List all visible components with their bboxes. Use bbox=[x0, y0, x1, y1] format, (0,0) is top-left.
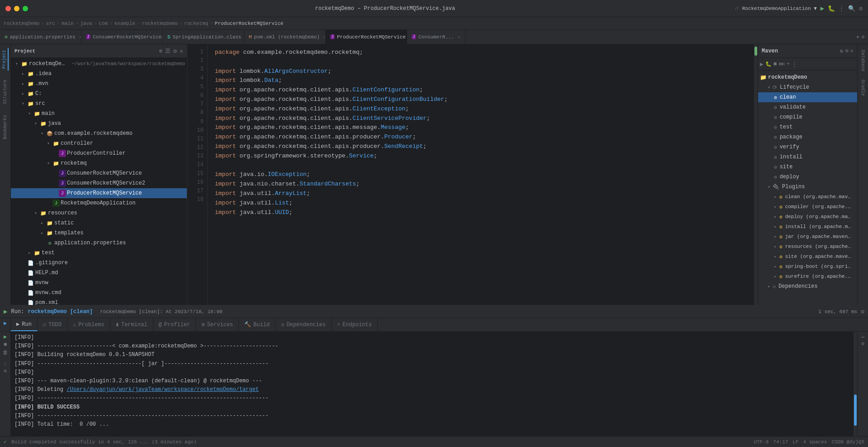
bottom-tab-dependencies[interactable]: ◇ Dependencies bbox=[275, 318, 332, 331]
tree-item-c[interactable]: ▸ 📁 C: bbox=[11, 89, 187, 99]
tab-consumer-r[interactable]: J ConsumerR... ✕ bbox=[407, 30, 465, 44]
maven-stop-icon[interactable]: ■ bbox=[773, 61, 777, 67]
tabs-overflow-button[interactable]: ▾ bbox=[856, 33, 860, 41]
maven-item-compile[interactable]: ⚙ compile bbox=[758, 112, 857, 122]
run-settings-icon[interactable]: ⚙ bbox=[861, 308, 864, 315]
console-cog-icon[interactable]: ⚙ bbox=[861, 341, 864, 347]
structure-tab[interactable]: Structure bbox=[3, 78, 8, 106]
tree-item-app-props[interactable]: ▸ ⚙ application.properties bbox=[11, 238, 187, 248]
console-clear-icon[interactable]: 🗑 bbox=[3, 349, 8, 356]
status-encoding[interactable]: UTF-8 bbox=[754, 439, 768, 445]
run-icon[interactable]: ▶ bbox=[821, 5, 824, 12]
console-filter-icon[interactable]: ⚙ bbox=[4, 368, 7, 374]
tab-consumer2[interactable]: J ConsumerRocketMQService2.java ✕ bbox=[81, 30, 163, 44]
bc-example[interactable]: example bbox=[114, 21, 135, 26]
bc-java[interactable]: java bbox=[80, 21, 92, 26]
tree-item-gitignore[interactable]: ▸ 📄 .gitignore bbox=[11, 258, 187, 268]
minimize-button[interactable] bbox=[14, 6, 19, 11]
tab-producer[interactable]: J ProducerRocketMQService.java ✕ bbox=[326, 30, 407, 44]
maven-item-site[interactable]: ⚙ site bbox=[758, 162, 857, 172]
maven-run-icon[interactable]: ▶ bbox=[760, 61, 764, 68]
tree-item-producer[interactable]: ▸ J ProducerRocketMQService bbox=[11, 188, 187, 198]
tree-item-main[interactable]: ▾ 📁 main bbox=[11, 109, 187, 119]
bottom-tab-problems[interactable]: ⚠ Problems bbox=[67, 318, 110, 331]
tree-item-mvn[interactable]: ▸ 📁 .mvn bbox=[11, 79, 187, 89]
tree-item-producer-controller[interactable]: ▸ J ProducerController bbox=[11, 148, 187, 158]
console-stop-icon[interactable]: ■ bbox=[4, 342, 7, 348]
status-indent[interactable]: 4 spaces bbox=[803, 439, 827, 445]
maven-skip-icon[interactable]: ⏭ bbox=[779, 61, 785, 67]
bottom-tab-services[interactable]: ⚙ Services bbox=[196, 318, 239, 331]
vcs-icon[interactable]: ⑁ bbox=[735, 5, 739, 12]
console-link-target[interactable]: /Users/duyanjun/work/javaTeam/workspace/… bbox=[66, 386, 259, 393]
console-rerun-icon[interactable]: ▶ bbox=[4, 333, 7, 340]
console-scroll-icon[interactable]: ↕ bbox=[4, 361, 7, 366]
maven-item-clean[interactable]: ⚙ clean bbox=[758, 92, 857, 102]
tree-item-templates[interactable]: ▸ 📁 templates bbox=[11, 228, 187, 238]
maven-item-verify[interactable]: ⚙ verify bbox=[758, 142, 857, 152]
maven-item-clean-plugin[interactable]: ▸ ⚙ clean (org.apache.maven.plugins bbox=[758, 192, 857, 202]
project-add-icon[interactable]: ⊕ bbox=[159, 48, 163, 55]
maven-item-resources-plugin[interactable]: ▸ ⚙ resources (org.apache.maven.plu... bbox=[758, 242, 857, 252]
bc-com[interactable]: com bbox=[99, 21, 108, 26]
maven-item-validate[interactable]: ⚙ validate bbox=[758, 102, 857, 112]
debug-icon[interactable]: 🐛 bbox=[828, 5, 835, 12]
gradle-tab[interactable]: Gradle bbox=[860, 80, 865, 96]
maven-refresh-icon[interactable]: ↻ bbox=[840, 48, 843, 54]
tabs-settings-button[interactable]: ⚙ bbox=[861, 34, 864, 40]
maven-close-icon[interactable]: ✕ bbox=[850, 48, 854, 54]
settings-icon[interactable]: ⚙ bbox=[859, 5, 863, 12]
tab-spring[interactable]: S SpringApplication.class ✕ bbox=[163, 30, 244, 44]
tree-item-idea[interactable]: ▸ 📁 .idea bbox=[11, 69, 187, 79]
bottom-tab-todo[interactable]: ☑ TODO bbox=[38, 318, 67, 331]
tree-item-java[interactable]: ▾ 📁 java bbox=[11, 119, 187, 128]
maven-item-site-plugin[interactable]: ▸ ⚙ site (org.apache.maven.plugins:m... bbox=[758, 252, 857, 262]
bc-file[interactable]: ProducerRocketMQService bbox=[215, 21, 284, 26]
maximize-button[interactable] bbox=[23, 6, 28, 11]
tree-item-app[interactable]: ▸ J RocketmqDemoApplication bbox=[11, 198, 187, 208]
tree-item-help[interactable]: ▸ 📄 HELP.md bbox=[11, 268, 187, 278]
database-tab[interactable]: Database bbox=[860, 50, 865, 71]
project-close-icon[interactable]: ✕ bbox=[180, 48, 183, 55]
tree-item-consumer2[interactable]: ▸ J ConsumerRocketMQService2 bbox=[11, 178, 187, 188]
tree-item-root[interactable]: ▾ 📁 rocketmqDemo ~/work/javaTeam/workspa… bbox=[11, 59, 187, 69]
bc-main[interactable]: main bbox=[62, 21, 73, 26]
tab-application-properties[interactable]: ⚙ application.properties ✕ bbox=[0, 30, 81, 44]
bc-rocketmqdemo[interactable]: rocketmqdemo bbox=[142, 21, 178, 26]
bottom-tab-build[interactable]: 🔨 Build bbox=[239, 318, 275, 331]
project-gear-icon[interactable]: ⚙ bbox=[173, 48, 177, 55]
tree-item-src[interactable]: ▾ 📁 src bbox=[11, 99, 187, 109]
bottom-tab-endpoints[interactable]: ⚡ Endpoints bbox=[332, 318, 378, 331]
maven-item-deploy[interactable]: ⚙ deploy bbox=[758, 172, 857, 182]
maven-item-lifecycle[interactable]: ▾ ⟳ Lifecycle bbox=[758, 82, 857, 92]
search-icon[interactable]: 🔍 bbox=[848, 5, 855, 12]
bottom-tab-profiler[interactable]: @ Profiler bbox=[153, 318, 196, 331]
bc-rocketmq[interactable]: rocketmq bbox=[184, 21, 208, 26]
maven-add-icon[interactable]: + bbox=[787, 61, 790, 67]
tab-close[interactable]: ✕ bbox=[458, 34, 460, 40]
run-play-icon[interactable]: ▶ bbox=[4, 308, 7, 315]
tree-item-consumer[interactable]: ▸ J ConsumerRocketMQService bbox=[11, 168, 187, 178]
project-tab[interactable]: Project bbox=[2, 48, 9, 71]
maven-item-dependencies[interactable]: ▸ ◇ Dependencies bbox=[758, 281, 857, 291]
tree-item-test[interactable]: ▸ 📁 test bbox=[11, 248, 187, 258]
bottom-tab-terminal[interactable]: ▮ Terminal bbox=[110, 318, 153, 331]
console-wrap-icon[interactable]: ↵ bbox=[861, 333, 864, 339]
bookmarks-tab[interactable]: Bookmarks bbox=[3, 113, 8, 141]
maven-item-package[interactable]: ⚙ package bbox=[758, 132, 857, 142]
maven-item-plugins[interactable]: ▾ 🔌 Plugins bbox=[758, 182, 857, 192]
maven-debug-icon[interactable]: 🐛 bbox=[765, 61, 772, 67]
tab-pom[interactable]: M pom.xml (rocketmqDemo) ✕ bbox=[244, 30, 326, 44]
maven-item-deploy-plugin[interactable]: ▸ ⚙ deploy (org.apache.maven.plugins bbox=[758, 212, 857, 222]
maven-settings-icon[interactable]: ⚙ bbox=[845, 48, 849, 54]
maven-item-compiler-plugin[interactable]: ▸ ⚙ compiler (org.apache.maven.plugi... bbox=[758, 202, 857, 212]
bc-src[interactable]: src bbox=[46, 21, 55, 26]
tree-item-rocketmq[interactable]: ▾ 📁 rocketmq bbox=[11, 158, 187, 168]
code-editor[interactable]: package com.example.rocketmqdemo.rocketm… bbox=[208, 44, 754, 305]
status-line-ending[interactable]: LF bbox=[792, 439, 798, 445]
run-active-icon[interactable]: ▶ bbox=[4, 318, 7, 327]
maven-item-root[interactable]: 📁 rocketmqDemo bbox=[758, 72, 857, 82]
console-scrollbar[interactable] bbox=[854, 332, 857, 436]
tree-item-resources[interactable]: ▾ 📁 resources bbox=[11, 208, 187, 218]
more-icon[interactable]: ⋮ bbox=[839, 5, 844, 12]
